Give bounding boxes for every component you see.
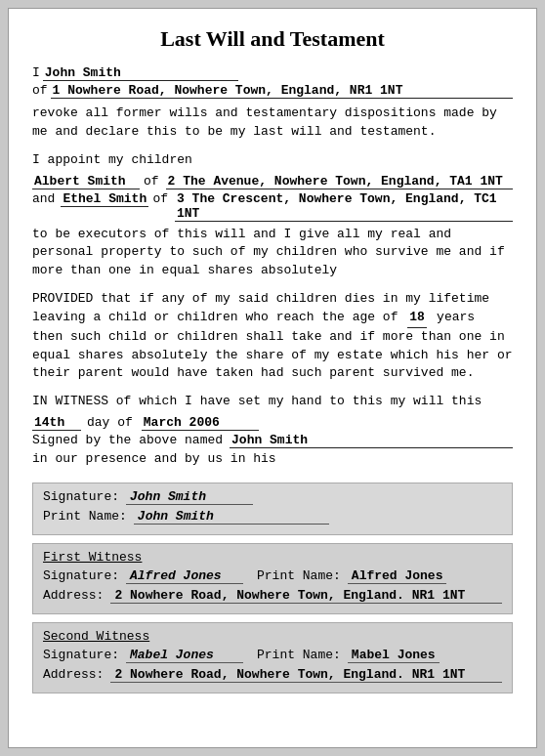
signed-line: Signed by the above named John Smith <box>32 433 513 448</box>
appoint-text: I appoint my children <box>32 151 513 170</box>
sw-addr-row: Address: 2 Nowhere Road, Nowhere Town, E… <box>43 667 502 683</box>
executor-text: to be executors of this will and I give … <box>32 226 513 281</box>
revoke-text: revoke all former wills and testamentary… <box>32 105 513 142</box>
testator-name: John Smith <box>43 65 238 81</box>
second-witness-heading: Second Witness <box>43 629 149 644</box>
page-title: Last Will and Testament <box>32 26 513 52</box>
child2-name: Ethel Smith <box>61 191 148 207</box>
child1-name: Albert Smith <box>32 174 140 189</box>
presence-text: in our presence and by us in his <box>32 450 513 469</box>
child2-of-label: of <box>152 191 168 206</box>
testator-address-line: of 1 Nowhere Road, Nowhere Town, England… <box>32 83 513 99</box>
sw-sig-label: Signature: <box>43 648 119 662</box>
sig-value: John Smith <box>126 489 253 505</box>
testator-address: 1 Nowhere Road, Nowhere Town, England, N… <box>51 83 513 99</box>
age-value: 18 <box>407 309 427 328</box>
fw-print-value: Alfred Jones <box>348 568 447 584</box>
child1-line: Albert Smith of 2 The Avenue, Nowhere To… <box>32 174 513 189</box>
document-page: Last Will and Testament I John Smith of … <box>8 8 537 748</box>
sig-name-row: Signature: John Smith <box>43 489 502 505</box>
fw-addr-label: Address: <box>43 588 104 603</box>
fw-sig-row: Signature: Alfred Jones Print Name: Alfr… <box>43 568 502 584</box>
child1-of-label: of <box>144 174 159 189</box>
first-witness-section: First Witness Signature: Alfred Jones Pr… <box>32 543 513 614</box>
month-year-value: March 2006 <box>142 415 259 431</box>
fw-addr-value: 2 Nowhere Road, Nowhere Town, England. N… <box>110 588 502 604</box>
signed-label: Signed by the above named <box>32 433 223 447</box>
of-label: of <box>32 83 48 98</box>
sw-print-value: Mabel Jones <box>348 648 440 663</box>
fw-print-label: Print Name: <box>257 568 341 583</box>
signed-name: John Smith <box>230 433 513 448</box>
child2-address: 3 The Crescent, Nowhere Town, England, T… <box>175 191 513 222</box>
sig-label: Signature: <box>43 489 119 504</box>
child2-line: and Ethel Smith of 3 The Crescent, Nowhe… <box>32 191 513 222</box>
i-label: I <box>32 65 40 80</box>
fw-addr-row: Address: 2 Nowhere Road, Nowhere Town, E… <box>43 588 502 604</box>
sw-addr-value: 2 Nowhere Road, Nowhere Town, England. N… <box>110 667 502 683</box>
and-label: and <box>32 191 55 206</box>
sw-addr-label: Address: <box>43 667 104 682</box>
print-name-row: Print Name: John Smith <box>43 509 502 525</box>
fw-sig-label: Signature: <box>43 568 119 583</box>
provided-text: PROVIDED that if any of my said children… <box>32 290 513 383</box>
day-value: 14th <box>32 415 81 431</box>
fw-sig-value: Alfred Jones <box>126 568 243 584</box>
signature-section: Signature: John Smith Print Name: John S… <box>32 483 513 535</box>
witness-intro: IN WITNESS of which I have set my hand t… <box>32 393 513 411</box>
second-witness-section: Second Witness Signature: Mabel Jones Pr… <box>32 622 513 693</box>
print-label: Print Name: <box>43 509 127 524</box>
sw-sig-value: Mabel Jones <box>126 648 243 663</box>
testator-name-line: I John Smith <box>32 65 513 81</box>
print-value: John Smith <box>134 509 329 525</box>
first-witness-heading: First Witness <box>43 550 142 565</box>
child1-address: 2 The Avenue, Nowhere Town, England, TA1… <box>166 174 513 189</box>
sw-print-label: Print Name: <box>257 648 341 662</box>
day-label: day of <box>87 415 133 430</box>
date-line: 14th day of March 2006 <box>32 415 513 431</box>
sw-sig-row: Signature: Mabel Jones Print Name: Mabel… <box>43 648 502 663</box>
